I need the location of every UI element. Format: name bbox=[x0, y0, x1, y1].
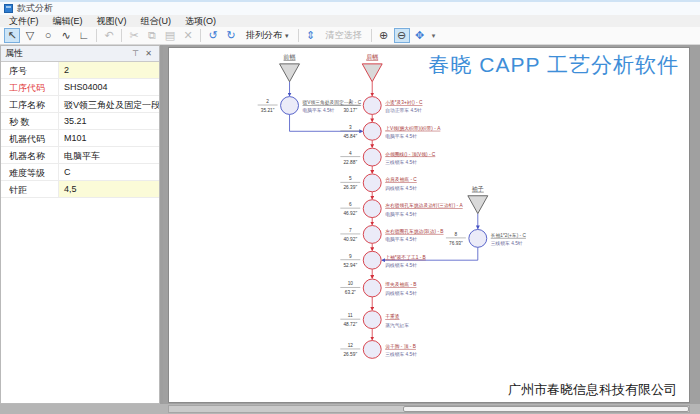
process-node-7[interactable]: 740.92"左右驳圈孔车挑边(双边) - B电脑平车 4.5针 bbox=[340, 225, 443, 243]
svg-text:企领圈线() - 顶(V领) - C: 企领圈线() - 顶(V领) - C bbox=[385, 152, 436, 158]
svg-text:2: 2 bbox=[266, 99, 269, 104]
company-name: 广州市春晓信息科技有限公司 bbox=[508, 381, 677, 399]
arrange-dropdown[interactable]: 排列分布▾ bbox=[241, 28, 294, 43]
svg-text:三线锁车 4.5针: 三线锁车 4.5针 bbox=[491, 240, 523, 246]
property-row-prop-process-name: 工序名称驳V领三角处及固定一段 bbox=[1, 96, 159, 113]
prop-seq-label: 序号 bbox=[1, 62, 59, 78]
process-node-5[interactable]: 526.39"合肩及袖底 - C四线锁车 4.5针 bbox=[340, 174, 417, 192]
prop-machine-code-value[interactable]: M101 bbox=[59, 130, 159, 146]
svg-text:上袖*装不了工1 - B: 上袖*装不了工1 - B bbox=[385, 254, 426, 261]
svg-text:合肩及袖底 - C: 合肩及袖底 - C bbox=[385, 176, 417, 183]
svg-text:26.59": 26.59" bbox=[343, 352, 357, 357]
prop-process-name-value[interactable]: 驳V领三角处及固定一段 bbox=[59, 96, 159, 112]
svg-text:52.94": 52.94" bbox=[343, 263, 357, 268]
prop-machine-name-value[interactable]: 电脑平车 bbox=[59, 147, 159, 163]
property-row-prop-stitch-pitch: 针距4,5 bbox=[1, 181, 159, 198]
toolbar-overflow[interactable]: ▾ bbox=[430, 28, 438, 43]
zoom-out-button[interactable]: ⊖ bbox=[394, 28, 410, 43]
process-node-4[interactable]: 422.88"企领圈线() - 顶(V领) - C三线锁车 4.5针 bbox=[340, 148, 436, 166]
pan-button[interactable]: ✥ bbox=[412, 28, 428, 43]
menu-item-view[interactable]: 视图(V) bbox=[90, 15, 134, 27]
toolbar-separator bbox=[298, 29, 299, 42]
svg-text:10: 10 bbox=[348, 281, 354, 286]
svg-text:11: 11 bbox=[348, 313, 353, 318]
workspace: 春晓 CAPP 工艺分析软件 前幅后幅袖子130.17"小烫*及3+衬() - … bbox=[163, 45, 700, 404]
svg-text:8: 8 bbox=[455, 232, 458, 237]
copy-button: ⧉ bbox=[144, 28, 160, 43]
rotate-right-button[interactable]: ↻ bbox=[223, 28, 239, 43]
svg-text:左右驳圈孔车挑边(双边) - B: 左右驳圈孔车挑边(双边) - B bbox=[385, 228, 443, 235]
diagram-canvas[interactable]: 春晓 CAPP 工艺分析软件 前幅后幅袖子130.17"小烫*及3+衬() - … bbox=[168, 47, 690, 403]
prop-machine-code-label: 机器代码 bbox=[1, 130, 59, 146]
svg-text:蒸汽气缸车: 蒸汽气缸车 bbox=[385, 323, 409, 328]
prop-process-code-label: 工序代码 bbox=[1, 79, 59, 95]
delete-button: ✕ bbox=[180, 28, 196, 43]
zoom-in-button[interactable]: ⊕ bbox=[376, 28, 392, 43]
group-front-panel[interactable]: 前幅 bbox=[280, 53, 300, 82]
menu-item-edit[interactable]: 编辑(E) bbox=[46, 15, 90, 27]
prop-difficulty-value[interactable]: C bbox=[59, 164, 159, 180]
svg-text:剪干脚 - 顶 - B: 剪干脚 - 顶 - B bbox=[385, 343, 416, 350]
svg-text:电脑平车 4.5针: 电脑平车 4.5针 bbox=[385, 236, 417, 242]
process-node-12[interactable]: 1226.59"剪干脚 - 顶 - B三线锁车 4.5针 bbox=[340, 341, 417, 359]
svg-text:9: 9 bbox=[349, 254, 352, 259]
properties-panel-title: 属性 bbox=[5, 47, 129, 60]
prop-seq-value[interactable]: 2 bbox=[59, 62, 159, 78]
properties-panel-header: 属性 ⊤ ✕ bbox=[1, 46, 159, 62]
bottom-strip bbox=[0, 404, 700, 414]
group-sleeve[interactable]: 袖子 bbox=[468, 185, 488, 214]
prop-difficulty-label: 难度等级 bbox=[1, 164, 59, 180]
select-tool[interactable]: ↖ bbox=[4, 28, 20, 43]
svg-text:3: 3 bbox=[349, 125, 352, 130]
horizontal-scrollbar[interactable] bbox=[168, 405, 690, 413]
group-back-panel[interactable]: 后幅 bbox=[362, 53, 382, 82]
prop-seconds-value[interactable]: 35.21 bbox=[59, 113, 159, 129]
property-row-prop-difficulty: 难度等级C bbox=[1, 164, 159, 181]
curve-tool[interactable]: ∿ bbox=[58, 28, 74, 43]
process-node-6[interactable]: 646.92"左右驳领孔车挑边及边钉(三边钉) - A电脑平车 4.5针 bbox=[340, 200, 463, 218]
menu-item-file[interactable]: 文件(F) bbox=[2, 15, 46, 27]
svg-text:四线锁车 4.5针: 四线锁车 4.5针 bbox=[385, 290, 417, 297]
process-node-11[interactable]: 1148.72"干重烫蒸汽气缸车 bbox=[340, 311, 409, 329]
menu-item-combine[interactable]: 组合(U) bbox=[134, 15, 179, 27]
property-row-prop-machine-code: 机器代码M101 bbox=[1, 130, 159, 147]
process-node-8[interactable]: 876.93"长袖1*2(+车) - C三线锁车 4.5针 bbox=[446, 229, 527, 247]
svg-text:46.92": 46.92" bbox=[343, 211, 357, 216]
scrollbar-thumb[interactable] bbox=[403, 406, 689, 412]
ellipse-tool[interactable]: ○ bbox=[40, 28, 56, 43]
elbow-connector-tool[interactable]: ∟ bbox=[76, 28, 92, 43]
window-title: 款式分析 bbox=[17, 2, 53, 15]
undo-button: ↶ bbox=[101, 28, 117, 43]
toolbar-separator bbox=[96, 29, 97, 42]
svg-text:袖子: 袖子 bbox=[472, 185, 484, 193]
main-area: 属性 ⊤ ✕ 序号2工序代码SHS04004工序名称驳V领三角处及固定一段秒 数… bbox=[0, 45, 700, 404]
svg-text:4: 4 bbox=[349, 151, 352, 156]
process-diagram[interactable]: 前幅后幅袖子130.17"小烫*及3+衬() - C自动正带车 4.5针235.… bbox=[169, 48, 689, 402]
cut-button: ✂ bbox=[126, 28, 142, 43]
svg-text:45.84": 45.84" bbox=[343, 134, 357, 139]
close-icon[interactable]: ✕ bbox=[142, 49, 155, 58]
process-node-10[interactable]: 1063.2"埋夹及袖底 - B四线锁车 4.5针 bbox=[340, 279, 417, 297]
prop-process-name-label: 工序名称 bbox=[1, 96, 59, 112]
pin-icon[interactable]: ⊤ bbox=[129, 49, 142, 58]
svg-text:三线锁车 4.5针: 三线锁车 4.5针 bbox=[385, 351, 417, 357]
dropdown-caret-icon: ▾ bbox=[285, 28, 289, 43]
rotate-left-button[interactable]: ↺ bbox=[205, 28, 221, 43]
svg-text:前幅: 前幅 bbox=[283, 53, 296, 61]
svg-text:电脑平车 4.5针: 电脑平车 4.5针 bbox=[385, 211, 417, 217]
property-row-prop-seq: 序号2 bbox=[1, 62, 159, 79]
svg-text:7: 7 bbox=[349, 228, 352, 233]
distribute-button[interactable]: ⇕ bbox=[303, 28, 319, 43]
watermark-title: 春晓 CAPP 工艺分析软件 bbox=[429, 51, 679, 79]
property-row-prop-process-code: 工序代码SHS04004 bbox=[1, 79, 159, 96]
svg-text:48.72": 48.72" bbox=[343, 322, 357, 327]
property-row-prop-machine-name: 机器名称电脑平车 bbox=[1, 147, 159, 164]
titlebar: 款式分析 bbox=[0, 0, 700, 15]
svg-text:长袖1*2(+车) - C: 长袖1*2(+车) - C bbox=[491, 233, 527, 239]
svg-text:驳V领三角处及固定一段 - C: 驳V领三角处及固定一段 - C bbox=[302, 99, 361, 106]
prop-process-code-value[interactable]: SHS04004 bbox=[59, 79, 159, 95]
menu-item-options[interactable]: 选项(O) bbox=[178, 15, 223, 27]
svg-text:电脑平车 4.5针: 电脑平车 4.5针 bbox=[302, 107, 334, 113]
prop-stitch-pitch-value[interactable]: 4,5 bbox=[59, 181, 159, 197]
triangle-tool[interactable]: ▽ bbox=[22, 28, 38, 43]
